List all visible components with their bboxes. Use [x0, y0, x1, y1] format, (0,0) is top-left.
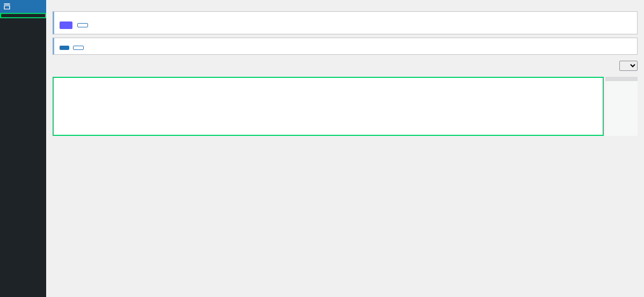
page-title: [53, 0, 638, 7]
allow-button[interactable]: [60, 46, 69, 50]
code-editor[interactable]: [53, 77, 604, 136]
admin-sidebar: [0, 0, 46, 297]
cartflows-notice: [53, 38, 638, 55]
theme-file-editor-link[interactable]: [0, 13, 46, 18]
menu-appearance[interactable]: [0, 0, 46, 13]
main-content: [46, 0, 644, 297]
learn-more-button[interactable]: [77, 23, 88, 27]
stripe-notice: [53, 11, 638, 34]
no-thanks-button[interactable]: [73, 46, 84, 50]
appearance-icon: [3, 3, 11, 10]
theme-files-panel: [605, 77, 638, 136]
theme-select[interactable]: [619, 61, 638, 71]
theme-select-wrap: [617, 61, 638, 71]
theme-files-heading: [605, 77, 638, 81]
connect-stripe-button[interactable]: [60, 21, 72, 29]
